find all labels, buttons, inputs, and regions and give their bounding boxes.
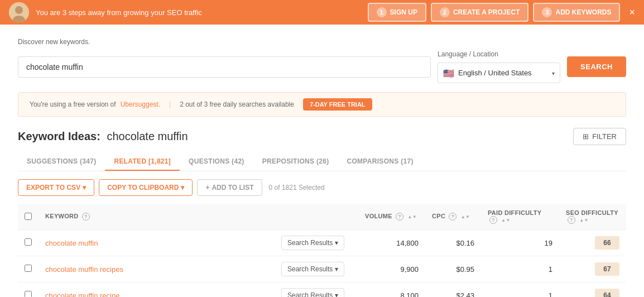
copy-clipboard-button[interactable]: COPY TO CLIPBOARD ▾ [99,179,193,196]
keyword-header: KEYWORD ? [39,204,275,230]
svg-point-1 [15,6,23,14]
action-cell-0: Search Results ▾ [275,230,358,256]
avatar [9,2,29,22]
notice-bar: You're using a free version of Ubersugge… [18,92,626,117]
keyword-table: KEYWORD ? VOLUME ? ▲▼ CPC ? ▲▼ [18,204,626,297]
keyword-cell-1: chocolate muffin recipes [39,256,275,282]
cpc-sort[interactable]: ▲▼ [461,214,470,219]
keyword-cell-2: chocolate muffin recipe [39,282,275,298]
volume-cell-1: 9,900 [358,256,425,282]
search-results-button-2[interactable]: Search Results ▾ [281,288,344,297]
seo-diff-cell-1: 67 [559,256,626,282]
row-checkbox-2[interactable] [25,291,32,297]
lang-location-label: Language / Location [438,50,560,58]
row-checkbox-cell-0[interactable] [18,230,39,256]
banner-text: You are 3 steps away from growing your S… [36,8,368,17]
chevron-down-icon: ▾ [83,184,86,191]
search-results-button-0[interactable]: Search Results ▾ [281,236,344,250]
top-banner: You are 3 steps away from growing your S… [0,0,644,25]
trial-button[interactable]: 7-DAY FREE TRIAL [303,98,372,111]
paid-info-icon[interactable]: ? [489,216,497,224]
tab-prepositions[interactable]: PREPOSITIONS (26) [253,153,338,171]
step3-num: 3 [542,7,552,17]
keyword-ideas-section: Keyword Ideas: chocolate muffin ⊞ FILTER… [0,128,644,297]
close-banner-button[interactable]: × [629,7,635,18]
paid-difficulty-header: PAID DIFFICULTY ? ▲▼ [481,204,559,230]
keyword-link-2[interactable]: chocolate muffin recipe [45,291,119,298]
table-header-row: KEYWORD ? VOLUME ? ▲▼ CPC ? ▲▼ [18,204,626,230]
notice-text1: You're using a free version of [30,100,116,108]
title-text: Keyword Ideas: chocolate muffin [18,130,188,143]
search-row: Language / Location 🇺🇸 English / United … [18,50,626,83]
seo-badge-2: 64 [595,289,619,297]
filter-icon: ⊞ [583,132,589,141]
paid-sort[interactable]: ▲▼ [501,218,510,223]
select-all-header[interactable] [18,204,39,230]
notice-divider: | [169,100,171,108]
paid-diff-cell-0: 19 [481,230,559,256]
volume-cell-2: 8,100 [358,282,425,298]
seo-badge-0: 66 [595,236,619,250]
search-results-button-1[interactable]: Search Results ▾ [281,262,344,276]
step1-num: 1 [377,7,387,17]
seo-diff-cell-0: 66 [559,230,626,256]
step-add-keywords-button[interactable]: 3 ADD KEYWORDS [533,3,620,22]
step-create-project-button[interactable]: 2 CREATE A PROJECT [431,3,529,22]
tab-comparisons[interactable]: COMPARISONS (17) [338,153,422,171]
paid-diff-cell-2: 1 [481,282,559,298]
volume-info-icon[interactable]: ? [396,213,403,221]
chevron-down-icon: ▾ [335,239,338,247]
row-checkbox-cell-1[interactable] [18,256,39,282]
volume-sort[interactable]: ▲▼ [408,214,417,219]
filter-button[interactable]: ⊞ FILTER [573,128,626,145]
notice-text2: 2 out of 3 free daily searches available [180,100,294,108]
plus-icon: + [205,184,209,191]
seo-badge-1: 67 [595,262,619,276]
notice-brand: Ubersuggest. [121,100,160,108]
step-signup-button[interactable]: 1 SIGN UP [368,3,426,22]
banner-steps: 1 SIGN UP 2 CREATE A PROJECT 3 ADD KEYWO… [368,3,621,22]
search-input[interactable] [18,56,431,78]
seo-sort[interactable]: ▲▼ [579,218,588,223]
paid-diff-cell-1: 1 [481,256,559,282]
cpc-cell-0: $0.16 [425,230,481,256]
discover-label: Discover new keywords. [18,38,626,46]
search-button[interactable]: SEARCH [567,56,626,77]
lang-location-wrap: Language / Location 🇺🇸 English / United … [438,50,560,83]
chevron-down-icon: ▾ [181,184,184,191]
cpc-cell-2: $2.43 [425,282,481,298]
select-all-checkbox[interactable] [25,213,32,220]
chevron-down-icon: ▾ [335,291,338,297]
tab-suggestions[interactable]: SUGGESTIONS (347) [18,153,105,171]
tab-questions[interactable]: QUESTIONS (42) [180,153,253,171]
keyword-link-1[interactable]: chocolate muffin recipes [45,265,123,274]
action-cell-1: Search Results ▾ [275,256,358,282]
tab-related[interactable]: RELATED [1,821] [105,153,180,171]
table-row: chocolate muffin Search Results ▾ 14,800… [18,230,626,256]
language-select[interactable]: English / United States [438,63,560,83]
seo-diff-cell-2: 64 [559,282,626,298]
keyword-ideas-title: Keyword Ideas: chocolate muffin ⊞ FILTER [18,128,626,145]
selected-count: 0 of 1821 Selected [269,184,325,191]
export-csv-button[interactable]: EXPORT TO CSV ▾ [18,179,94,196]
keyword-cell-0: chocolate muffin [39,230,275,256]
cpc-cell-1: $0.95 [425,256,481,282]
table-row: chocolate muffin recipes Search Results … [18,256,626,282]
seo-difficulty-header: SEO DIFFICULTY ? ▲▼ [559,204,626,230]
main-content: Discover new keywords. Language / Locati… [0,25,644,117]
cpc-info-icon[interactable]: ? [449,213,456,221]
action-header [275,204,358,230]
table-row: chocolate muffin recipe Search Results ▾… [18,282,626,298]
keyword-link-0[interactable]: chocolate muffin [45,239,98,247]
action-row: EXPORT TO CSV ▾ COPY TO CLIPBOARD ▾ + AD… [18,179,626,196]
keyword-info-icon[interactable]: ? [82,213,90,221]
add-to-list-button[interactable]: + ADD TO LIST [197,179,262,196]
action-cell-2: Search Results ▾ [275,282,358,298]
lang-select-wrap: 🇺🇸 English / United States ▾ [438,63,560,83]
volume-cell-0: 14,800 [358,230,425,256]
row-checkbox-1[interactable] [25,265,32,272]
row-checkbox-cell-2[interactable] [18,282,39,298]
seo-info-icon[interactable]: ? [568,216,575,224]
row-checkbox-0[interactable] [25,238,32,246]
volume-header: VOLUME ? ▲▼ [358,204,425,230]
